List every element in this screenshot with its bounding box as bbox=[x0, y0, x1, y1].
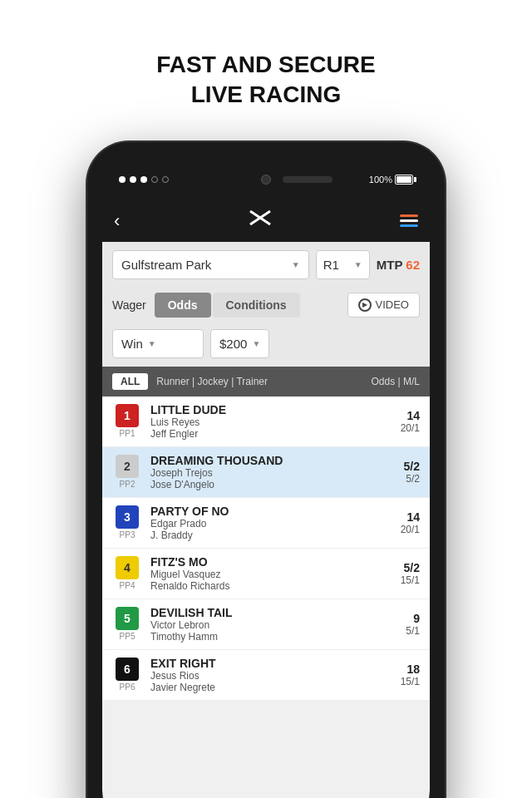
runner-name-4: FITZ'S MO bbox=[150, 555, 374, 569]
pp-number-3: 3 bbox=[116, 505, 139, 529]
pp-number-5: 5 bbox=[116, 607, 139, 630]
col-runner: Runner bbox=[156, 376, 189, 387]
phone-screen: 100% ‹ bbox=[102, 159, 430, 798]
odds-ml-6: 15/1 bbox=[382, 676, 420, 687]
pp-number-1: 1 bbox=[116, 404, 139, 427]
runner-odds-3: 1420/1 bbox=[382, 510, 420, 535]
race-label: R1 bbox=[323, 258, 339, 272]
runner-jockey-4: Miguel Vasquez bbox=[150, 569, 374, 580]
back-button[interactable]: ‹ bbox=[114, 210, 120, 232]
runner-odds-6: 1815/1 bbox=[382, 663, 420, 687]
battery-area: 100% bbox=[369, 175, 413, 185]
track-selector-row: Gulfstream Park ▼ R1 ▼ MTP 62 bbox=[102, 242, 430, 288]
table-row[interactable]: 5PP5DEVILISH TAILVictor LebronTimothy Ha… bbox=[102, 599, 430, 650]
pp-block-1: 1PP1 bbox=[112, 404, 142, 438]
table-row[interactable]: 1PP1LITTLE DUDELuis ReyesJeff Engler1420… bbox=[102, 397, 430, 447]
battery-fill bbox=[397, 176, 411, 183]
amount-value: $200 bbox=[219, 337, 247, 351]
table-row[interactable]: 4PP4FITZ'S MOMiguel VasquezRenaldo Richa… bbox=[102, 549, 430, 599]
bet-type-label: Win bbox=[121, 337, 143, 351]
col-ml: M/L bbox=[403, 376, 420, 387]
menu-line-blue bbox=[400, 224, 418, 227]
runner-jockey-1: Luis Reyes bbox=[150, 416, 374, 428]
odds-ml-1: 20/1 bbox=[382, 422, 420, 434]
odds-ml-3: 20/1 bbox=[382, 524, 420, 535]
dot1 bbox=[119, 176, 126, 183]
odds-tab[interactable]: Odds bbox=[155, 293, 211, 318]
all-button[interactable]: ALL bbox=[112, 373, 148, 390]
dot3 bbox=[140, 176, 147, 183]
app-logo bbox=[247, 204, 273, 237]
odds-top-5: 9 bbox=[382, 612, 420, 625]
table-row[interactable]: 6PP6EXIT RIGHTJesus RiosJavier Negrete18… bbox=[102, 650, 430, 701]
wager-label: Wager bbox=[112, 298, 146, 312]
race-dropdown-arrow: ▼ bbox=[354, 260, 362, 269]
bet-type-arrow: ▼ bbox=[148, 339, 156, 348]
header-line2: LIVE RACING bbox=[156, 80, 375, 110]
bet-amount-row: Win ▼ $200 ▼ bbox=[102, 324, 430, 367]
odds-top-1: 14 bbox=[382, 409, 420, 422]
runner-trainer-6: Javier Negrete bbox=[150, 682, 374, 693]
col-trainer: Trainer bbox=[236, 376, 268, 387]
battery-icon bbox=[395, 175, 413, 185]
mtp-value: 62 bbox=[406, 258, 420, 272]
runner-trainer-3: J. Braddy bbox=[150, 530, 374, 541]
race-dropdown[interactable]: R1 ▼ bbox=[316, 250, 370, 279]
hamburger-menu-button[interactable] bbox=[400, 214, 418, 227]
mtp-badge: MTP 62 bbox=[377, 258, 420, 272]
runner-info-5: DEVILISH TAILVictor LebronTimothy Hamm bbox=[150, 606, 374, 643]
runner-trainer-2: Jose D'Angelo bbox=[150, 479, 374, 490]
pp-label-1: PP1 bbox=[120, 429, 135, 438]
runner-trainer-1: Jeff Engler bbox=[150, 428, 374, 440]
table-row[interactable]: 3PP3PARTY OF NOEdgar PradoJ. Braddy1420/… bbox=[102, 498, 430, 549]
odds-ml-4: 15/1 bbox=[382, 574, 420, 586]
runner-name-1: LITTLE DUDE bbox=[150, 403, 374, 416]
amount-dropdown[interactable]: $200 ▼ bbox=[210, 329, 269, 358]
runner-name-6: EXIT RIGHT bbox=[150, 657, 374, 670]
runner-info-2: DREAMING THOUSANDJoseph TrejosJose D'Ang… bbox=[150, 454, 374, 490]
pp-number-2: 2 bbox=[116, 455, 139, 478]
menu-line-white bbox=[400, 219, 418, 222]
runner-name-5: DEVILISH TAIL bbox=[150, 606, 374, 619]
amount-arrow: ▼ bbox=[252, 339, 260, 348]
runner-info-4: FITZ'S MOMiguel VasquezRenaldo Richards bbox=[150, 555, 374, 592]
runner-name-3: PARTY OF NO bbox=[150, 505, 374, 518]
battery-pct: 100% bbox=[369, 175, 392, 185]
runner-name-2: DREAMING THOUSAND bbox=[150, 454, 374, 467]
track-dropdown-arrow: ▼ bbox=[292, 260, 300, 269]
odds-top-4: 5/2 bbox=[382, 561, 420, 574]
app-screen: ‹ Gulfstream Park ▼ bbox=[102, 200, 430, 798]
table-row[interactable]: 2PP2DREAMING THOUSANDJoseph TrejosJose D… bbox=[102, 447, 430, 498]
pp-label-2: PP2 bbox=[120, 480, 135, 489]
runner-info-6: EXIT RIGHTJesus RiosJavier Negrete bbox=[150, 657, 374, 693]
conditions-tab[interactable]: Conditions bbox=[213, 293, 300, 318]
runner-info-1: LITTLE DUDELuis ReyesJeff Engler bbox=[150, 403, 374, 440]
bet-type-dropdown[interactable]: Win ▼ bbox=[112, 329, 204, 358]
odds-ml-2: 5/2 bbox=[382, 473, 420, 485]
pp-block-2: 2PP2 bbox=[112, 455, 142, 489]
dot5 bbox=[162, 176, 169, 183]
mtp-label: MTP bbox=[377, 258, 402, 272]
wager-row: Wager Odds Conditions ▶ VIDEO bbox=[102, 288, 430, 324]
phone-speaker bbox=[283, 176, 332, 183]
pp-block-5: 5PP5 bbox=[112, 607, 142, 641]
runner-trainer-5: Timothy Hamm bbox=[150, 631, 374, 643]
dot4 bbox=[151, 176, 158, 183]
app-header: FAST AND SECURE LIVE RACING bbox=[156, 0, 375, 142]
track-name: Gulfstream Park bbox=[121, 258, 211, 272]
runner-odds-5: 95/1 bbox=[382, 612, 420, 637]
dot2 bbox=[130, 176, 136, 183]
pp-block-3: 3PP3 bbox=[112, 505, 142, 539]
runner-jockey-2: Joseph Trejos bbox=[150, 467, 374, 479]
video-button[interactable]: ▶ VIDEO bbox=[347, 293, 420, 318]
track-dropdown[interactable]: Gulfstream Park ▼ bbox=[112, 250, 309, 279]
pp-number-6: 6 bbox=[116, 658, 139, 681]
runner-jockey-6: Jesus Rios bbox=[150, 670, 374, 682]
wager-tabs: Wager Odds Conditions bbox=[112, 293, 300, 318]
column-headers: Runner | Jockey | Trainer Odds | M/L bbox=[156, 376, 420, 387]
odds-top-2: 5/2 bbox=[382, 460, 420, 473]
runner-trainer-4: Renaldo Richards bbox=[150, 580, 374, 592]
status-bar: 100% bbox=[102, 159, 430, 200]
runners-table: ALL Runner | Jockey | Trainer Odds | bbox=[102, 367, 430, 701]
odds-top-6: 18 bbox=[382, 663, 420, 676]
